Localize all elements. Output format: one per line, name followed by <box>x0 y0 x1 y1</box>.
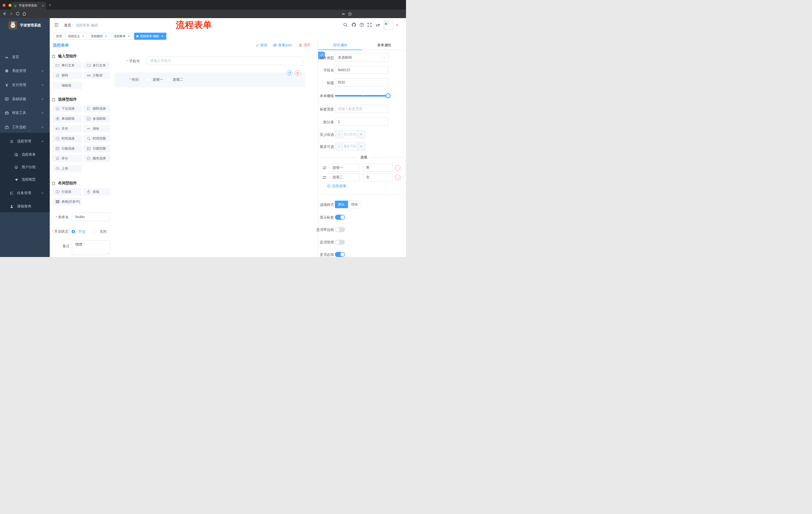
save-button[interactable]: 保存 <box>256 43 267 48</box>
type-select[interactable]: 多选框组 <box>335 54 389 62</box>
sidebar-logo[interactable]: 芋道管理系统 <box>8 21 41 29</box>
tag-close-icon[interactable]: ✕ <box>161 34 164 38</box>
border-toggle[interactable] <box>335 227 345 232</box>
new-tab-button[interactable]: + <box>49 2 51 7</box>
sidebar-item-payment[interactable]: 支付管理 <box>0 80 50 90</box>
github-icon[interactable] <box>351 22 356 27</box>
view-json-button[interactable]: 查看json <box>273 43 292 48</box>
stepper-plus-button[interactable]: + <box>357 142 365 150</box>
label-width-input[interactable]: 请输入标签宽度 <box>335 105 389 113</box>
checkbox-icon[interactable] <box>146 78 150 82</box>
palette-item-date-picker[interactable]: 日期选择 <box>52 145 82 153</box>
clear-button[interactable]: 清空 <box>298 43 311 48</box>
gender-option-2[interactable]: 选项二 <box>167 77 183 82</box>
palette-item-password[interactable]: 密码 <box>52 72 82 79</box>
tab-form-props[interactable]: 表单属性 <box>362 40 406 50</box>
slider-handle[interactable] <box>386 93 391 98</box>
palette-item-color-picker[interactable]: 颜色选择 <box>83 155 110 162</box>
stepper-minus-button[interactable]: − <box>335 131 343 138</box>
style-button-button[interactable]: 按钮 <box>348 201 361 208</box>
checkbox-icon[interactable] <box>167 78 171 82</box>
remark-textarea[interactable]: 嘿嘿 <box>72 240 110 255</box>
avatar-caret-icon[interactable]: ▼ <box>396 24 398 26</box>
style-default-button[interactable]: 默认 <box>335 201 348 208</box>
option1-value-input[interactable]: 男 <box>363 164 393 172</box>
palette-item-upload[interactable]: 上传 <box>52 165 82 172</box>
forward-icon[interactable] <box>9 11 13 16</box>
option2-label-input[interactable]: 选项二 <box>329 173 360 181</box>
tag-close-icon[interactable]: ✕ <box>127 34 130 38</box>
sidebar-item-process-model[interactable]: 流程模型 <box>0 174 50 185</box>
palette-item-slider[interactable]: 滑块 <box>83 125 110 133</box>
palette-item-time-picker[interactable]: 时间选择 <box>52 135 82 142</box>
delete-component-button[interactable] <box>295 70 300 76</box>
default-input[interactable]: 1 <box>335 118 389 126</box>
sidebar-item-system[interactable]: 系统管理 <box>0 66 50 76</box>
radio-off[interactable]: 关闭 <box>93 229 107 234</box>
bookmark-star-icon[interactable] <box>348 12 352 16</box>
back-icon[interactable] <box>2 11 7 16</box>
style-segmented[interactable]: 默认 按钮 <box>335 201 361 208</box>
max-stepper[interactable]: − 最多可选 + <box>335 142 365 151</box>
palette-item-counter[interactable]: 123 计数器 <box>83 72 110 79</box>
palette-item-radio-group[interactable]: 单选框组 <box>52 115 82 123</box>
palette-item-cascader[interactable]: 级联选择 <box>83 105 110 112</box>
add-option-button[interactable]: 添加选项 <box>327 184 346 188</box>
option2-value-input[interactable]: 女 <box>363 173 393 181</box>
tag-close-icon[interactable]: ✕ <box>81 34 85 38</box>
stepper-plus-button[interactable]: + <box>357 131 365 138</box>
palette-item-row-container[interactable]: 行容器 <box>52 188 82 196</box>
sidebar-item-process-mgmt[interactable]: 流程管理 <box>0 136 50 146</box>
palette-item-date-range[interactable]: 日期范围 <box>83 145 110 153</box>
tag-home[interactable]: 首页 <box>54 33 64 40</box>
option1-label-input[interactable]: 选项一 <box>329 164 360 172</box>
stepper-minus-button[interactable]: − <box>335 142 343 150</box>
palette-item-switch[interactable]: 开关 <box>52 125 82 133</box>
fullscreen-icon[interactable] <box>367 23 372 27</box>
home-icon[interactable] <box>22 11 26 16</box>
font-size-icon[interactable]: ᴛT <box>376 23 380 27</box>
tag-process-form[interactable]: 流程表单✕ <box>111 33 133 40</box>
tag-close-icon[interactable]: ✕ <box>104 34 108 38</box>
form-name-input[interactable]: biubiu <box>72 213 110 221</box>
field-name-input[interactable]: field122 <box>335 66 389 74</box>
key-icon[interactable] <box>342 12 345 16</box>
tag-process-form-edit[interactable]: 流程表单-编辑✕ <box>134 33 166 40</box>
drag-handle-icon[interactable] <box>322 166 327 170</box>
tag-process-definition[interactable]: 流程定义✕ <box>65 33 87 40</box>
sidebar-item-devtools[interactable]: 研发工具 <box>0 108 50 118</box>
palette-item-button[interactable]: 按钮 <box>83 188 110 196</box>
sidebar-item-process-form[interactable]: 流程表单 <box>0 150 50 160</box>
sidebar-item-task-mgmt[interactable]: 任务管理 <box>0 188 50 198</box>
show-label-toggle[interactable] <box>335 215 345 220</box>
sidebar-item-leave-query[interactable]: 请假查询 <box>0 201 50 212</box>
palette-item-time-range[interactable]: 时间范围 <box>83 135 110 142</box>
required-toggle[interactable] <box>335 252 345 257</box>
remove-option-button[interactable]: − <box>395 165 401 170</box>
help-icon[interactable] <box>359 23 364 27</box>
close-window-button[interactable] <box>2 4 5 7</box>
palette-item-checkbox-group[interactable]: 多选框组 <box>83 115 110 123</box>
sidebar-item-infra[interactable]: 基础设施 <box>0 94 50 104</box>
sidebar-item-workflow[interactable]: 工作流程 <box>0 122 50 132</box>
copy-component-button[interactable] <box>287 70 292 76</box>
search-icon[interactable] <box>343 23 348 27</box>
tab-component-props[interactable]: 组件属性 <box>318 40 362 50</box>
gender-option-1[interactable]: 选项一 <box>146 77 163 82</box>
palette-item-select[interactable]: 下拉选择 <box>52 105 82 112</box>
browser-tab[interactable]: 芋道管理系统 ✕ <box>11 2 46 9</box>
grid-slider[interactable] <box>335 95 389 97</box>
palette-item-single-text[interactable]: 单行文本 <box>52 62 82 69</box>
sidebar-collapse-icon[interactable] <box>54 23 59 27</box>
reload-icon[interactable] <box>16 11 20 16</box>
tab-close-icon[interactable]: ✕ <box>42 4 44 7</box>
remove-option-button[interactable]: − <box>395 174 401 180</box>
phone-input[interactable]: 请输入手机号 <box>146 57 303 65</box>
palette-item-multi-text[interactable]: 多行文本 <box>83 62 110 69</box>
palette-item-table[interactable]: 表格[开发中] <box>52 198 82 206</box>
title-input[interactable]: 性别 <box>335 78 389 86</box>
palette-item-editor[interactable]: 编辑器 <box>52 82 82 89</box>
radio-on[interactable]: 开启 <box>71 229 85 234</box>
breadcrumb-home[interactable]: 首页 <box>64 23 71 28</box>
resize-handle[interactable] <box>107 252 109 254</box>
